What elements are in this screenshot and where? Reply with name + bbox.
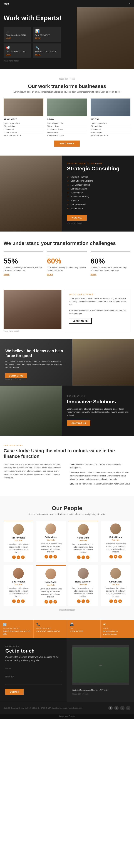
learn-more-button[interactable]: LEARN MORE xyxy=(69,318,92,324)
linkedin-icon[interactable]: in xyxy=(54,555,57,559)
person-rosie: Rosie Swanson Your Role Lorem ipsum dolo… xyxy=(68,565,98,606)
challenges-section: We understand your transformation challe… xyxy=(0,231,134,290)
stat-60a-more[interactable]: MORE xyxy=(47,273,87,276)
stat-60b: --- 60% Ut exerci tari step-then-in to t… xyxy=(91,252,130,276)
stat-55-label: --- xyxy=(4,255,43,256)
facebook-icon[interactable]: f xyxy=(12,556,16,559)
transform-grow-label: GROW xyxy=(47,118,87,120)
person-rosie-desc: Lorem ipsum dolor sit amet adipiscing el… xyxy=(71,587,95,598)
twitter-icon[interactable]: t xyxy=(49,555,53,559)
twitter-icon[interactable]: t xyxy=(16,556,20,559)
contact-section: CONTACT US Get in touch Please fill the … xyxy=(0,638,134,702)
person-rosie-socials: f t in xyxy=(71,599,95,603)
facebook-icon[interactable]: f xyxy=(44,555,48,559)
twitter-icon[interactable]: t xyxy=(16,599,20,603)
person-hattie2: Hattie Smith Your Role Lorem ipsum dolor… xyxy=(36,565,66,606)
person-bob-avatar xyxy=(13,568,24,579)
bold-content: We believe bold ideas can be a force for… xyxy=(5,349,67,380)
list-item: Strategic Planning xyxy=(67,175,129,179)
person-betty1-name: Betty Nilsen xyxy=(39,536,63,538)
contact-right: Map Suite 35 Broadway & New York NY 1001… xyxy=(67,638,134,702)
service-marketing: 📢 ONLINE MARKETING MORE xyxy=(4,43,31,58)
transform-grow-img xyxy=(47,98,87,116)
view-all-button[interactable]: VIEW ALL xyxy=(67,215,87,221)
facebook-icon[interactable]: f xyxy=(44,600,48,603)
twitter-icon[interactable]: t xyxy=(81,599,85,603)
footer-youtube-icon[interactable]: y xyxy=(120,706,125,710)
person-betty2: Betty Nilsen Your Role Lorem ipsum dolor… xyxy=(101,521,130,562)
person-adrian-role: Your Role xyxy=(103,584,128,586)
person-hattie1-name: Hattie Smith xyxy=(71,536,95,539)
twitter-icon[interactable]: t xyxy=(114,599,118,603)
stats-grid: --- 55% Ut exerci tari building new prod… xyxy=(4,252,130,276)
service-marketing-link[interactable]: MORE xyxy=(6,54,11,56)
service-tax-link[interactable]: MORE xyxy=(35,37,40,39)
twitter-icon[interactable]: t xyxy=(114,555,118,559)
service-managed-link[interactable]: MORE xyxy=(35,54,40,56)
about-image xyxy=(4,290,62,329)
list-item: Comprehensive xyxy=(67,203,129,207)
person-hattie2-socials: f t in xyxy=(39,600,63,603)
case-study-section: OUR SOLUTIONS Case study: Using the clou… xyxy=(0,436,134,496)
read-more-button[interactable]: READ MORE xyxy=(54,141,80,147)
list-item: Lorem ipsum dolor xyxy=(91,122,130,125)
footer-copyright: Suite 35 Broadway & New York NY 10011 • … xyxy=(4,707,82,709)
hero-section: Work with Experts! ☁ CLOUD AND DIGITAL M… xyxy=(0,7,134,69)
stat-55-more[interactable]: MORE xyxy=(4,273,43,276)
footer-facebook-icon[interactable]: f xyxy=(108,706,113,710)
footer-twitter-icon[interactable]: t xyxy=(114,706,119,710)
facebook-icon[interactable]: f xyxy=(77,556,80,559)
linkedin-icon[interactable]: in xyxy=(21,556,25,559)
linkedin-icon[interactable]: in xyxy=(118,599,122,603)
facebook-icon[interactable]: f xyxy=(12,599,16,603)
about-text2: at vero eos et accusam et justo duo dolo… xyxy=(69,309,127,315)
footer: Suite 35 Broadway & New York NY 10011 • … xyxy=(0,702,134,714)
list-item: Ut labore et xyxy=(91,128,130,131)
strategic-image xyxy=(0,156,62,231)
linkedin-icon[interactable]: in xyxy=(54,600,57,603)
list-item: Excepteur sint occa xyxy=(91,134,130,137)
linkedin-icon[interactable]: in xyxy=(118,555,122,559)
offices-bar: 🏢 OUR MAIN OFFICE Suite 35 Broadway & Ne… xyxy=(0,620,134,638)
person-nat-avatar xyxy=(13,524,24,535)
stat-55-desc: Ut exerci tari building new products, Ni… xyxy=(4,266,43,272)
office-email: ✉ EMAIL info@domain.com www.domain.com xyxy=(101,620,134,638)
twitter-icon[interactable]: t xyxy=(81,556,85,559)
bold-right xyxy=(72,339,134,385)
bold-contact-button[interactable]: CONTACT US xyxy=(5,373,27,378)
service-cloud-link[interactable]: MORE xyxy=(6,37,11,39)
facebook-icon[interactable]: f xyxy=(109,599,113,603)
strategic-content: FROM PROBLEM TO SOLUTION Strategic Consu… xyxy=(62,156,134,231)
person-hattie1-avatar xyxy=(78,524,89,535)
footer-linkedin-icon[interactable]: in xyxy=(126,706,130,710)
person-nat-socials: f t in xyxy=(6,556,31,559)
person-nat-desc: Lorem ipsum dolor sit amet adipiscing el… xyxy=(6,543,31,554)
innovative-contact-button[interactable]: CONTACT US xyxy=(67,420,91,426)
menu-icon[interactable]: ≡ xyxy=(129,2,130,5)
facebook-icon[interactable]: f xyxy=(109,555,113,559)
twitter-icon[interactable]: t xyxy=(49,600,53,603)
people-row1: Nat Reynolds Your Role Lorem ipsum dolor… xyxy=(4,521,130,562)
case-study-label: OUR SOLUTIONS xyxy=(4,445,130,446)
person-hattie2-avatar xyxy=(45,568,56,579)
linkedin-icon[interactable]: in xyxy=(21,599,25,603)
case-client: Client: Business Corporation, a provider… xyxy=(70,463,130,469)
person-betty2-socials: f t in xyxy=(103,555,128,559)
list-item: Anywhere xyxy=(67,198,129,203)
list-item: Nisi ut aliquip xyxy=(91,131,130,134)
person-rosie-name: Rosie Swanson xyxy=(71,581,95,583)
bold-desc: Ghcute iste natus error sit voluptatem a… xyxy=(5,360,67,369)
strategic-list: Strategic Planning Cost-Effective Soluti… xyxy=(67,175,129,211)
contact-message-input[interactable] xyxy=(5,674,62,685)
linkedin-icon[interactable]: in xyxy=(86,556,90,559)
facebook-icon[interactable]: f xyxy=(77,599,80,603)
person-adrian-desc: Lorem ipsum dolor sit amet adipiscing el… xyxy=(103,587,128,598)
bold-credit: Image from Freepik xyxy=(5,378,67,380)
linkedin-icon[interactable]: in xyxy=(86,599,90,603)
stat-60b-more[interactable]: MORE xyxy=(91,273,130,276)
contact-name-input[interactable] xyxy=(5,666,62,671)
contact-submit-button[interactable]: SUBMIT xyxy=(5,689,24,695)
transform-digital-img xyxy=(91,98,130,116)
person-betty2-name: Betty Nilsen xyxy=(103,536,128,538)
strategic-section: FROM PROBLEM TO SOLUTION Strategic Consu… xyxy=(0,156,134,231)
